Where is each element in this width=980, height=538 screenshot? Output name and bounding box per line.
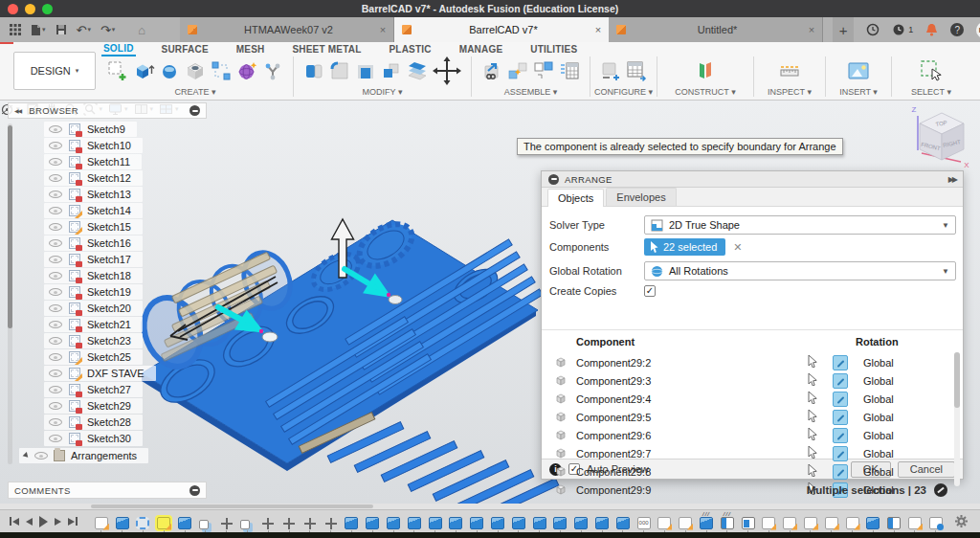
rotation-lock-button[interactable]	[833, 446, 848, 461]
browser-tree-item[interactable]: Sketch10	[44, 138, 143, 153]
timeline-feature[interactable]	[675, 511, 696, 533]
close-tab-icon[interactable]: ×	[809, 24, 814, 35]
browser-tree-item[interactable]: Sketch9	[44, 122, 137, 137]
timeline-feature[interactable]	[133, 511, 154, 533]
hole-button[interactable]	[183, 57, 208, 84]
timeline-feature[interactable]	[655, 511, 676, 533]
combine-button[interactable]	[379, 57, 404, 84]
redo-button[interactable]: ↷▾	[100, 24, 115, 36]
play-button[interactable]	[39, 516, 48, 527]
file-menu-button[interactable]: ▾	[31, 24, 46, 36]
detach-dialog-icon[interactable]: ▶▶	[948, 175, 956, 184]
browser-tree-item[interactable]: Sketch30	[44, 431, 143, 446]
timeline-feature[interactable]	[779, 511, 800, 533]
browser-tree-item[interactable]: Sketch25	[44, 349, 143, 365]
browser-tree-item[interactable]: Sketch28	[44, 415, 143, 430]
ribbon-tab[interactable]: SOLID	[101, 43, 136, 56]
timeline-settings-gear-icon[interactable]	[954, 514, 969, 528]
rotation-lock-button[interactable]	[833, 410, 848, 425]
component-table-row[interactable]: Component29:8 Global	[542, 462, 963, 481]
document-tab[interactable]: BarrelCAD v7* ×	[394, 17, 609, 42]
fillet-button[interactable]	[327, 57, 352, 84]
ribbon-tab[interactable]: MANAGE	[457, 44, 505, 55]
visibility-eye-icon[interactable]	[49, 174, 62, 182]
step-forward-button[interactable]	[55, 518, 61, 526]
timeline-feature[interactable]	[404, 511, 425, 533]
job-status-button[interactable]: 1	[892, 23, 913, 36]
window-controls[interactable]	[8, 4, 53, 14]
go-to-end-button[interactable]	[68, 517, 78, 526]
help-icon[interactable]: ?	[950, 23, 964, 36]
component-table-row[interactable]: Component29:5 Global	[542, 408, 963, 426]
visibility-eye-icon[interactable]	[49, 223, 62, 231]
configuration-button[interactable]	[598, 57, 623, 84]
visibility-eye-icon[interactable]	[49, 142, 62, 149]
global-rotation-dropdown[interactable]: All Rotations ▼	[644, 261, 956, 280]
comments-panel[interactable]: COMMENTS	[8, 482, 207, 499]
timeline-feature[interactable]	[883, 511, 904, 533]
app-grid-icon[interactable]	[10, 24, 21, 35]
close-tab-icon[interactable]: ×	[380, 24, 386, 35]
timeline-feature[interactable]	[508, 511, 529, 533]
browser-tree-item[interactable]: Sketch19	[44, 284, 143, 300]
undo-button[interactable]: ↶▾	[77, 24, 91, 36]
generative-design-button[interactable]	[260, 57, 285, 84]
ribbon-tab[interactable]: SHEET METAL	[290, 44, 363, 55]
browser-tree-item[interactable]: DXF STAVE	[44, 366, 156, 381]
group-label-modify[interactable]: MODIFY ▾	[363, 87, 403, 97]
visibility-eye-icon[interactable]	[49, 288, 62, 296]
timeline-feature[interactable]	[634, 511, 655, 533]
ribbon-tab[interactable]: UTILITIES	[528, 44, 579, 55]
view-cube[interactable]: TOP FRONT RIGHT Z X	[902, 101, 978, 175]
row-cursor-icon[interactable]	[808, 464, 833, 479]
timeline-feature[interactable]	[591, 511, 612, 533]
create-copies-checkbox[interactable]	[644, 285, 656, 297]
comments-expand-icon[interactable]	[189, 485, 200, 496]
select-button[interactable]	[919, 57, 944, 84]
arrange-dialog-tab[interactable]: Objects	[547, 189, 604, 207]
timeline-feature[interactable]	[529, 511, 550, 533]
browser-tree-item[interactable]: Sketch20	[44, 301, 143, 316]
joint-button[interactable]	[505, 57, 530, 84]
browser-filter-icon[interactable]	[189, 105, 200, 116]
timeline-feature[interactable]: ///	[717, 511, 738, 533]
timeline-feature[interactable]	[570, 511, 591, 533]
browser-tree-item[interactable]: Sketch16	[44, 235, 143, 251]
browser-tree-item[interactable]: Sketch23	[44, 333, 143, 348]
timeline-scrollbar-thumb[interactable]	[91, 504, 373, 508]
timeline-feature[interactable]	[195, 511, 216, 533]
visibility-eye-icon[interactable]	[49, 386, 62, 393]
document-tab[interactable]: HTMAAWeek07 v2 ×	[180, 17, 394, 42]
timeline-feature[interactable]	[362, 511, 383, 533]
viewport[interactable]: ◀◀ BROWSER Sketch9 Sketch10 Sketch11	[0, 101, 980, 504]
zoom-window-button[interactable]	[42, 4, 53, 14]
group-label-create[interactable]: CREATE ▾	[175, 87, 216, 97]
close-window-button[interactable]	[8, 4, 18, 14]
solver-type-dropdown[interactable]: 2D True Shape ▼	[644, 215, 956, 235]
component-table-row[interactable]: Component29:6 Global	[542, 426, 963, 444]
timeline-feature[interactable]	[550, 511, 571, 533]
component-table-row[interactable]: Component29:2 Global	[542, 353, 963, 371]
browser-tree-item[interactable]: Sketch18	[44, 268, 143, 283]
extension-icon[interactable]	[866, 23, 880, 36]
close-tab-icon[interactable]: ×	[595, 24, 601, 35]
timeline-feature[interactable]	[446, 511, 467, 533]
measure-button[interactable]	[777, 57, 802, 84]
timeline-feature[interactable]	[738, 511, 759, 533]
component-table-row[interactable]: Component29:7 Global	[542, 444, 963, 462]
selection-status-icon[interactable]	[934, 483, 947, 497]
collapse-browser-icon[interactable]: ◀◀	[14, 107, 21, 114]
revolve-button[interactable]	[157, 57, 182, 84]
timeline-feature[interactable]	[342, 511, 363, 533]
shell-button[interactable]	[353, 57, 378, 84]
rotation-lock-button[interactable]	[833, 428, 848, 443]
visibility-eye-icon[interactable]	[34, 452, 48, 460]
visibility-eye-icon[interactable]	[49, 353, 62, 361]
timeline-feature[interactable]	[112, 511, 133, 533]
row-cursor-icon[interactable]	[808, 355, 833, 370]
construct-plane-button[interactable]	[693, 57, 718, 84]
visibility-eye-icon[interactable]	[49, 435, 62, 442]
new-tab-button[interactable]: +	[833, 17, 854, 42]
rotation-lock-button[interactable]	[833, 464, 848, 480]
rotation-lock-button[interactable]	[833, 373, 848, 389]
